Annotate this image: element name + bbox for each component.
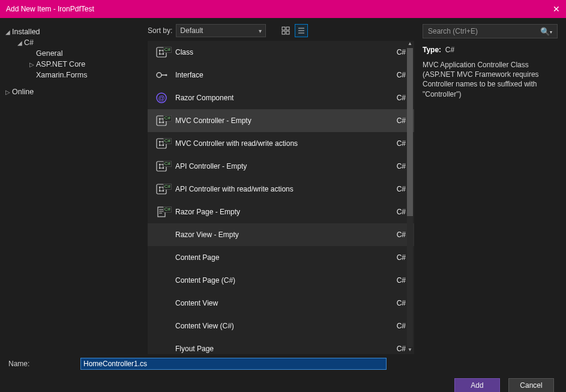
template-label: Razor View - Empty (175, 231, 382, 239)
grid-icon (281, 26, 290, 35)
tree-node-installed[interactable]: ◢ Installed (4, 26, 144, 37)
template-icon (148, 68, 175, 82)
template-lang: C# (382, 94, 406, 102)
tree-label: ASP.NET Core (36, 60, 85, 68)
template-item[interactable]: InterfaceC# (148, 64, 414, 86)
type-label: Type: (423, 46, 441, 54)
svg-text:@: @ (158, 94, 164, 101)
template-lang: C# (382, 185, 406, 193)
template-label: API Controller with read/write actions (175, 185, 382, 193)
tree-label: General (36, 49, 62, 58)
template-lang: C# (382, 231, 406, 239)
add-button[interactable]: Add (454, 378, 500, 392)
cs-badge: C# (163, 115, 172, 121)
search-input[interactable] (428, 27, 540, 35)
tree-node-online[interactable]: ▷ Online (4, 86, 144, 97)
grid-view-button[interactable] (279, 24, 292, 37)
type-value: C# (445, 46, 454, 54)
cs-badge: C# (163, 47, 172, 53)
template-item[interactable]: @Razor ComponentC# (148, 86, 414, 109)
template-item[interactable]: C#API Controller with read/write actions… (148, 178, 414, 201)
template-icon: C# (148, 46, 175, 59)
template-label: MVC Controller with read/write actions (175, 139, 382, 148)
template-label: MVC Controller - Empty (175, 116, 382, 125)
template-label: Flyout Page (175, 345, 382, 353)
cs-badge: C# (163, 184, 172, 190)
cs-badge: C# (163, 207, 172, 213)
tree-node-aspnet[interactable]: ▷ ASP.NET Core (28, 59, 144, 70)
template-item[interactable]: Content ViewC# (148, 292, 414, 315)
cs-badge: C# (163, 138, 172, 144)
template-icon: C# (148, 160, 175, 173)
chevron-right-icon: ▷ (28, 61, 36, 68)
search-box[interactable]: 🔍▾ (423, 24, 558, 38)
titlebar: Add New Item - IronPdfTest ✕ (0, 0, 566, 18)
template-description: MVC Application Controller Class (ASP.NE… (423, 60, 558, 99)
tree-node-xamarin[interactable]: Xamarin.Forms (28, 70, 144, 80)
template-item[interactable]: C#MVC Controller with read/write actions… (148, 132, 414, 155)
scroll-thumb[interactable] (407, 48, 413, 216)
template-icon: C# (148, 205, 175, 219)
template-item[interactable]: C#API Controller - EmptyC# (148, 155, 414, 178)
name-label: Name: (8, 360, 74, 368)
view-toggles (279, 24, 308, 37)
template-item[interactable]: Content PageC# (148, 246, 414, 269)
template-label: Interface (175, 71, 382, 79)
category-tree: ◢ Installed ◢ C# General ▷ ASP.NET Core … (0, 18, 148, 354)
scroll-down-icon[interactable]: ▼ (407, 347, 413, 354)
sort-value: Default (180, 26, 203, 35)
tree-label: Installed (12, 28, 40, 36)
scroll-up-icon[interactable]: ▲ (407, 41, 413, 48)
svg-rect-0 (282, 27, 285, 30)
template-item[interactable]: Razor View - EmptyC# (148, 223, 414, 246)
template-lang: C# (382, 162, 406, 170)
chevron-right-icon: ▷ (4, 89, 12, 95)
template-lang: C# (382, 253, 406, 262)
svg-rect-2 (282, 31, 285, 34)
list-view-button[interactable] (295, 24, 308, 37)
template-icon: C# (148, 114, 175, 127)
template-label: Content Page (C#) (175, 276, 382, 285)
template-lang: C# (382, 116, 406, 125)
template-list: C#ClassC#InterfaceC#@Razor ComponentC#C#… (148, 41, 414, 354)
template-label: Razor Page - Empty (175, 208, 382, 216)
search-icon[interactable]: 🔍▾ (540, 27, 552, 36)
template-item[interactable]: C#MVC Controller - EmptyC# (148, 109, 414, 132)
template-label: Content View (175, 299, 382, 307)
close-icon[interactable]: ✕ (542, 4, 560, 14)
sort-label: Sort by: (148, 26, 172, 35)
tree-label: Xamarin.Forms (36, 71, 87, 79)
template-item[interactable]: Flyout PageC# (148, 337, 414, 354)
cs-badge: C# (163, 161, 172, 167)
template-lang: C# (382, 139, 406, 148)
template-label: Content View (C#) (175, 322, 382, 330)
template-item[interactable]: Content Page (C#)C# (148, 269, 414, 292)
tree-label: Online (12, 88, 34, 96)
scroll-track[interactable] (407, 48, 413, 347)
scrollbar[interactable]: ▲ ▼ (407, 41, 413, 354)
svg-point-16 (157, 73, 161, 77)
cancel-button[interactable]: Cancel (508, 378, 554, 392)
list-icon (297, 26, 306, 35)
template-lang: C# (382, 71, 406, 79)
template-icon: @ (148, 91, 175, 104)
template-item[interactable]: Content View (C#)C# (148, 315, 414, 337)
template-item[interactable]: C#Razor Page - EmptyC# (148, 201, 414, 223)
footer: Name: Add Cancel (0, 354, 566, 392)
sort-bar: Sort by: Default (148, 18, 414, 41)
template-label: Content Page (175, 253, 382, 262)
type-row: Type: C# (423, 46, 558, 54)
tree-node-general[interactable]: General (28, 48, 144, 59)
window-title: Add New Item - IronPdfTest (6, 5, 542, 13)
template-label: API Controller - Empty (175, 162, 382, 170)
svg-point-18 (166, 74, 167, 76)
template-label: Class (175, 48, 382, 56)
name-input[interactable] (80, 358, 387, 370)
template-item[interactable]: C#ClassC# (148, 41, 414, 64)
tree-node-csharp[interactable]: ◢ C# (16, 37, 144, 48)
chevron-down-icon: ◢ (16, 40, 24, 46)
template-lang: C# (382, 322, 406, 330)
template-lang: C# (382, 276, 406, 285)
sort-dropdown[interactable]: Default (176, 24, 266, 37)
tree-label: C# (24, 38, 34, 47)
